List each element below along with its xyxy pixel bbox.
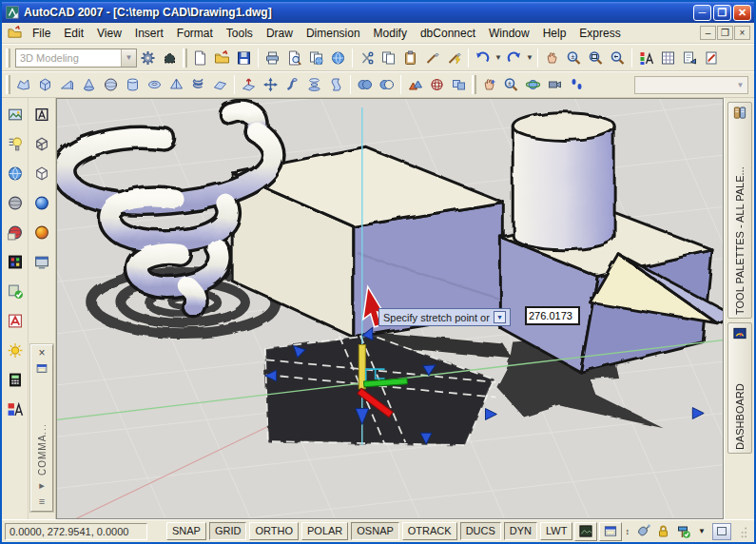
plot-preview-button[interactable] [283, 48, 305, 68]
dyn-toggle[interactable]: DYN [504, 522, 537, 540]
tray-menu-arrow-icon[interactable]: ▼ [698, 527, 706, 535]
toolbar-lock-icon[interactable] [655, 524, 671, 539]
menu-tools[interactable]: Tools [220, 25, 260, 42]
osnap-toggle[interactable]: OSNAP [351, 522, 399, 540]
pyramid-button[interactable] [165, 74, 187, 95]
grid-toggle[interactable]: GRID [209, 522, 247, 540]
interference-button[interactable] [448, 74, 470, 95]
communication-center-icon[interactable] [635, 524, 651, 539]
render-presets-button[interactable] [4, 249, 27, 275]
clean-screen-button[interactable] [712, 523, 731, 540]
standards-check-icon[interactable] [675, 524, 691, 539]
toolbar-grip[interactable] [6, 75, 10, 94]
render-window-button[interactable] [4, 279, 27, 304]
3d-pan-button[interactable] [478, 74, 500, 95]
resize-grip[interactable] [735, 524, 751, 539]
minimize-button[interactable]: ─ [693, 5, 711, 21]
layout-button[interactable] [599, 522, 622, 541]
drawing-canvas[interactable]: Specify stretch point or ▼ [56, 98, 724, 519]
properties-button[interactable] [635, 48, 657, 68]
qnew-button[interactable] [189, 48, 211, 68]
dashboard-tab[interactable]: DASHBOARD [727, 322, 752, 454]
ortho-toggle[interactable]: ORTHO [249, 522, 299, 540]
box-button[interactable] [34, 74, 56, 95]
markup-set-manager-button[interactable] [701, 48, 723, 68]
undo-dropdown[interactable]: ▼ [494, 48, 503, 68]
my-workspace-button[interactable] [159, 48, 181, 68]
chevron-down-icon[interactable]: ▼ [121, 49, 136, 67]
visualstyle-hidden-button[interactable] [30, 161, 53, 186]
polar-toggle[interactable]: POLAR [301, 522, 348, 540]
cylinder-button[interactable] [122, 74, 144, 95]
match-properties-button[interactable] [421, 48, 443, 68]
render-button[interactable] [4, 102, 27, 127]
command-line-palette[interactable]: × COMMA... ▸ ≡ [30, 344, 53, 512]
3d-mesh-button[interactable] [426, 74, 448, 95]
materials-button[interactable] [4, 190, 27, 216]
union-button[interactable] [354, 74, 376, 95]
wedge-button[interactable] [56, 74, 78, 95]
advanced-render-settings-button[interactable] [4, 367, 27, 393]
3d-dwf-button[interactable] [327, 48, 349, 68]
toolbar-grip[interactable] [183, 49, 187, 68]
3d-move-button[interactable] [260, 74, 281, 95]
visualstyle-2dwireframe-button[interactable] [30, 102, 53, 127]
doc-restore-button[interactable]: ❐ [717, 26, 733, 40]
planar-surface-button[interactable] [209, 74, 231, 95]
walk-button[interactable] [566, 74, 588, 95]
publish-button[interactable] [305, 48, 327, 68]
text-style-button[interactable] [4, 397, 27, 422]
swivel-button[interactable] [544, 74, 566, 95]
menu-modify[interactable]: Modify [367, 25, 414, 42]
close-button[interactable]: ✕ [733, 5, 751, 21]
sphere-button[interactable] [100, 74, 122, 95]
sheet-set-manager-button[interactable] [679, 48, 701, 68]
coordinates-readout[interactable]: 0.0000, 272.9541, 0.0000 [5, 523, 147, 540]
cylinder-solid[interactable] [513, 112, 614, 250]
lwt-toggle[interactable]: LWT [540, 522, 572, 540]
cone-button[interactable] [78, 74, 100, 95]
down-arrow-icon[interactable]: ▼ [494, 311, 506, 323]
menu-file[interactable]: File [26, 25, 57, 42]
loft-button[interactable] [303, 74, 325, 95]
revolve-button[interactable] [325, 74, 347, 95]
model-space-button[interactable] [574, 522, 597, 541]
zoom-previous-button[interactable] [607, 48, 629, 68]
sweep-button[interactable] [281, 74, 303, 95]
save-button[interactable] [233, 48, 255, 68]
menu-view[interactable]: View [90, 25, 128, 42]
copy-button[interactable] [378, 48, 399, 68]
snap-toggle[interactable]: SNAP [166, 522, 206, 540]
paste-button[interactable] [399, 48, 421, 68]
geographic-location-button[interactable] [4, 161, 27, 186]
autocad-block-button[interactable] [4, 308, 27, 334]
dyn-value-input[interactable] [525, 306, 580, 325]
planar-mapping-button[interactable] [4, 220, 27, 245]
palette-menu-icon[interactable]: ≡ [39, 495, 45, 508]
sun-properties-button[interactable] [4, 338, 27, 363]
helix-button[interactable] [187, 74, 209, 95]
menu-dbconnect[interactable]: dbConnect [414, 25, 482, 42]
menu-dimension[interactable]: Dimension [300, 25, 367, 42]
torus-button[interactable] [144, 74, 165, 95]
open-button[interactable] [211, 48, 233, 68]
menu-insert[interactable]: Insert [128, 25, 170, 42]
subtract-button[interactable] [376, 74, 397, 95]
tool-palettes-button[interactable] [657, 48, 679, 68]
visualstyle-3dwireframe-button[interactable] [30, 131, 53, 157]
doc-close-button[interactable]: × [734, 26, 750, 40]
status-updown-icon[interactable]: ↕ [625, 527, 630, 536]
visualstyle-realistic-button[interactable] [30, 220, 53, 245]
toolbar-grip[interactable] [6, 49, 10, 68]
polysolid-button[interactable] [12, 74, 34, 95]
visualstyle-conceptual-button[interactable] [30, 190, 53, 216]
close-icon[interactable]: × [38, 346, 45, 359]
cut-button[interactable] [356, 48, 378, 68]
menu-window[interactable]: Window [482, 25, 536, 42]
menu-format[interactable]: Format [170, 25, 220, 42]
pan-realtime-button[interactable] [541, 48, 563, 68]
menu-help[interactable]: Help [536, 25, 573, 42]
workspace-dropdown[interactable]: 3D Modeling ▼ [15, 49, 137, 68]
plot-button[interactable] [262, 48, 283, 68]
auto-hide-icon[interactable]: ▸ [39, 479, 45, 492]
